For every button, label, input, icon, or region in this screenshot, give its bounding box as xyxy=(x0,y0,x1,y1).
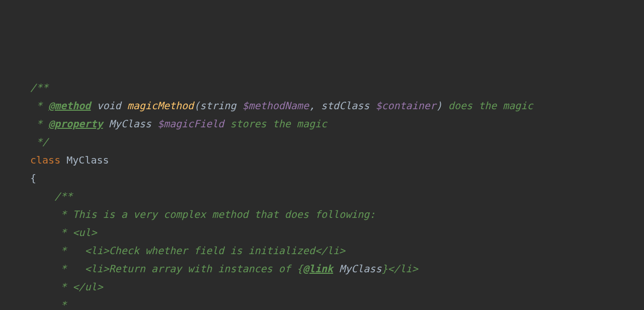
code-line: class MyClass xyxy=(30,154,109,166)
brace-open: { xyxy=(30,172,36,184)
code-line: * <li>Check whether field is initialized… xyxy=(30,245,345,257)
class-keyword: class xyxy=(30,154,60,166)
phpdoc-method-tag: @method xyxy=(48,100,91,112)
code-line: * </ul> xyxy=(30,281,103,293)
docblock-open: /** xyxy=(54,190,72,202)
code-line: * <li>Return array with instances of {@l… xyxy=(30,263,418,275)
code-line: * @property MyClass $magicField stores t… xyxy=(30,118,327,130)
code-line: { xyxy=(30,172,36,184)
code-line: * xyxy=(30,299,66,310)
docblock-close: */ xyxy=(30,136,48,148)
phpdoc-property-tag: @property xyxy=(48,118,103,130)
code-line: * <ul> xyxy=(30,226,97,239)
phpdoc-link-tag: @link xyxy=(303,263,333,275)
magic-method-name: magicMethod xyxy=(127,100,194,112)
docblock-open: /** xyxy=(30,82,48,94)
code-line: * @method void magicMethod(string $metho… xyxy=(30,100,533,112)
code-editor[interactable]: /** * @method void magicMethod(string $m… xyxy=(0,72,644,310)
code-line: /** xyxy=(30,190,72,202)
code-line: */ xyxy=(30,136,48,148)
code-line: * This is a very complex method that doe… xyxy=(30,208,375,220)
class-name: MyClass xyxy=(66,154,109,166)
code-line: /** xyxy=(30,82,48,94)
